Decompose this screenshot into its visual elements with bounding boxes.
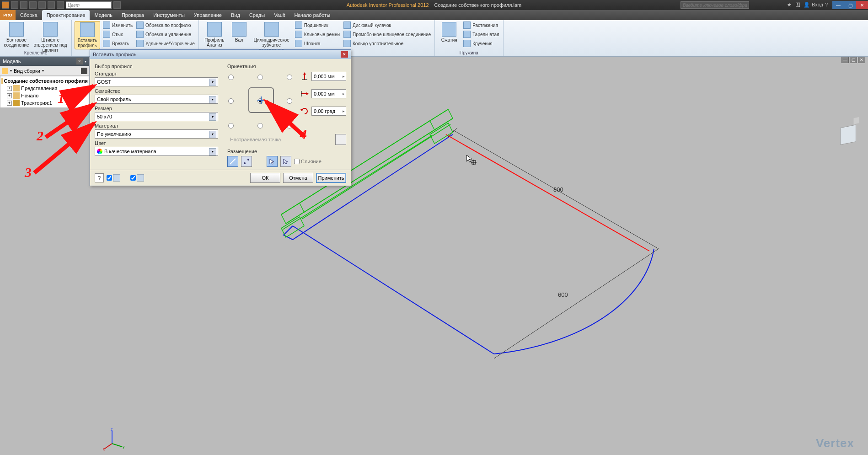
option-check-2[interactable]	[130, 174, 144, 182]
login-label[interactable]: Вход	[812, 2, 823, 8]
mirror-button[interactable]	[335, 134, 346, 145]
vbelt-button[interactable]: Клиновые ремни	[294, 30, 341, 38]
spur-gear-button[interactable]: Цилиндрическое зубчатое зацепление	[251, 21, 292, 54]
offset-h-input[interactable]: 0,000 мм	[311, 89, 346, 98]
expand-icon[interactable]: +	[7, 101, 12, 106]
tab-design[interactable]: Проектирование	[42, 10, 90, 20]
search-input[interactable]	[680, 1, 749, 9]
family-combo[interactable]: Свой профиль	[95, 95, 218, 104]
tab-model[interactable]: Модель	[90, 10, 117, 20]
offset-v-input[interactable]: 0,000 мм	[311, 72, 346, 81]
qat-save-icon[interactable]	[29, 1, 37, 9]
tab-environments[interactable]: Среды	[245, 10, 269, 20]
material-label: Материал	[95, 123, 218, 128]
qat-undo-icon[interactable]	[38, 1, 46, 9]
browser-close-icon[interactable]: ✕	[76, 58, 83, 64]
tree-node-representations[interactable]: +Представления	[0, 85, 89, 92]
clevis-pin-button[interactable]: Штифт с отверстием под шплинт	[32, 21, 69, 54]
orient-radio-tc[interactable]	[257, 75, 263, 80]
trim-to-frame-button[interactable]: Обрезка по профилю	[135, 21, 196, 29]
qat-appearance-combo[interactable]: Цвет	[66, 1, 112, 9]
material-combo[interactable]: По умолчанию	[95, 129, 218, 139]
tab-tools[interactable]: Инструменты	[149, 10, 189, 20]
cancel-button[interactable]: Отмена	[283, 173, 313, 183]
color-combo[interactable]: В качестве материала	[95, 147, 218, 156]
qat-material-icon[interactable]	[113, 1, 121, 9]
tab-vault[interactable]: Vault	[269, 10, 289, 20]
orient-radio-mr[interactable]	[287, 98, 292, 104]
standard-combo[interactable]: GOST	[95, 77, 218, 86]
merge-checkbox[interactable]: Слияние	[294, 159, 321, 164]
browser-title[interactable]: Модель ✕	[0, 57, 89, 66]
svg-marker-5	[281, 203, 304, 224]
tree-node-skeleton[interactable]: +Траектория:1	[0, 99, 89, 107]
find-icon[interactable]	[81, 68, 87, 74]
change-button[interactable]: Изменить	[102, 21, 134, 29]
qat-open-icon[interactable]	[20, 1, 27, 9]
dialog-title-bar[interactable]: Вставить профиль ✕	[90, 50, 351, 59]
tab-assembly[interactable]: Сборка	[16, 10, 42, 20]
tab-inspect[interactable]: Проверка	[117, 10, 149, 20]
disc-cam-button[interactable]: Дисковый кулачок	[343, 21, 432, 29]
key-icon[interactable]: ⚿	[795, 2, 802, 8]
orient-radio-br[interactable]	[287, 123, 292, 128]
tree-node-origin[interactable]: +Начало	[0, 92, 89, 99]
orient-radio-tl[interactable]	[228, 75, 234, 80]
lengthen-button[interactable]: Удлинение/Укорочение	[135, 39, 196, 48]
selection-cursor2-button[interactable]	[280, 156, 291, 167]
qat-new-icon[interactable]	[11, 1, 18, 9]
frame-analysis-button[interactable]: Профиль Анализ	[202, 21, 227, 48]
qat-redo-icon[interactable]	[48, 1, 55, 9]
orient-radio-bl[interactable]	[228, 123, 234, 128]
tree-root[interactable]: Создание собственного профиля	[0, 77, 89, 85]
app-icon[interactable]	[2, 1, 9, 9]
maximize-button[interactable]: ▢	[844, 1, 856, 9]
help-button[interactable]: ?	[95, 173, 104, 182]
rotation-input[interactable]: 0,00 град	[311, 107, 346, 116]
compression-spring-button[interactable]: Сжатия	[438, 21, 461, 43]
shaft-button[interactable]: Вал	[229, 21, 249, 43]
select-points-button[interactable]	[241, 156, 252, 167]
belleville-spring-button[interactable]: Тарельчатая	[462, 30, 500, 38]
browser-tree[interactable]: Создание собственного профиля +Представл…	[0, 76, 89, 108]
bearing-button[interactable]: Подшипник	[294, 21, 341, 29]
minimize-button[interactable]: —	[832, 1, 844, 9]
tab-manage[interactable]: Управление	[189, 10, 226, 20]
expand-icon[interactable]: +	[7, 93, 12, 98]
notch-button[interactable]: Врезать	[102, 39, 134, 48]
bolted-connection-button[interactable]: Болтовое соединение	[3, 21, 30, 48]
ok-button[interactable]: ОК	[250, 173, 280, 183]
part-icon	[13, 100, 20, 106]
selection-cursor-button[interactable]	[267, 156, 278, 167]
orient-radio-tr[interactable]	[287, 75, 292, 80]
miter-button[interactable]: Стык	[102, 30, 134, 38]
expand-icon[interactable]: +	[7, 86, 12, 91]
orient-radio-bc[interactable]	[257, 123, 263, 128]
trim-extend-button[interactable]: Обрезка и удлинение	[135, 30, 196, 38]
size-combo[interactable]: 50 x70	[95, 112, 218, 121]
key-button[interactable]: Шпонка	[294, 39, 341, 48]
option-check-1[interactable]	[107, 174, 120, 182]
help-icon[interactable]: ?	[825, 2, 831, 8]
app-menu-button[interactable]: PRO	[0, 10, 16, 20]
tab-getstarted[interactable]: Начало работы	[289, 10, 335, 20]
view-cube[interactable]	[840, 124, 858, 147]
qat-print-icon[interactable]	[57, 1, 64, 9]
filter-icon[interactable]	[2, 68, 8, 74]
home-icon[interactable]	[854, 117, 859, 124]
apply-button[interactable]: Применить	[316, 173, 346, 183]
dialog-close-button[interactable]: ✕	[341, 51, 348, 58]
star-icon[interactable]: ★	[787, 2, 793, 8]
insert-frame-button[interactable]: Вставить профиль	[75, 21, 100, 49]
torsion-spring-button[interactable]: Кручения	[462, 39, 500, 48]
oring-button[interactable]: Кольцо уплотнительное	[343, 39, 432, 48]
orient-radio-ml[interactable]	[228, 98, 234, 104]
select-edges-button[interactable]	[227, 156, 238, 167]
extension-spring-button[interactable]: Растяжения	[462, 21, 500, 29]
close-button[interactable]: ✕	[856, 1, 868, 9]
oring-icon	[343, 40, 351, 47]
assembly-view-label[interactable]: Вид сборки	[14, 68, 40, 74]
user-icon[interactable]: 👤	[804, 2, 810, 8]
spline-button[interactable]: Прямобочное шлицевое соединение	[343, 30, 432, 38]
tab-view[interactable]: Вид	[226, 10, 245, 20]
